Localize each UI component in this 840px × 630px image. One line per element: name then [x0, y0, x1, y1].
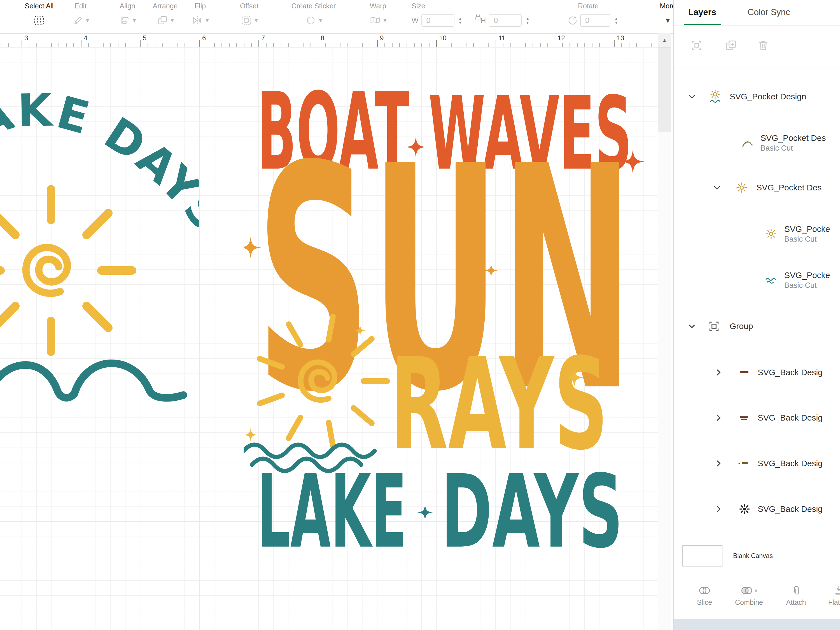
- chevron-down-icon: ▾: [254, 17, 257, 24]
- group-button[interactable]: [690, 39, 703, 52]
- top-toolbar: Select All Edit ▾ Align: [0, 0, 673, 33]
- select-all-button[interactable]: Select All: [22, 2, 56, 28]
- height-value: 0: [494, 16, 498, 25]
- layer-sublabel: Basic Cut: [784, 281, 830, 290]
- canvas-vertical-scrollbar[interactable]: ▲: [658, 33, 671, 630]
- layer-label: SVG_Back Desig: [758, 459, 823, 468]
- rotate-stepper[interactable]: ▴▾: [612, 14, 621, 27]
- flip-button[interactable]: Flip ▾: [186, 2, 214, 28]
- slice-icon: [698, 585, 711, 597]
- layer-row[interactable]: SVG_Pocke Basic Cut: [674, 216, 840, 252]
- layer-thumbnail-text-icon: [737, 365, 752, 380]
- layer-row[interactable]: SVG_Pocket Des Basic Cut: [674, 125, 840, 161]
- layer-row[interactable]: SVG_Pocket Design: [674, 83, 840, 111]
- layer-sublabel: Basic Cut: [761, 144, 826, 153]
- layer-label: SVG_Pocket Des: [761, 133, 826, 142]
- layer-label: SVG_Back Desig: [758, 504, 823, 513]
- combine-label: Combine: [735, 598, 763, 606]
- select-all-icon: [33, 14, 46, 27]
- arrange-button[interactable]: Arrange ▾: [148, 2, 182, 28]
- sun-doodle[interactable]: [0, 189, 132, 352]
- chevron-down-icon: ▾: [205, 17, 208, 24]
- layer-tools-row: [674, 25, 840, 69]
- chevron-down-icon[interactable]: [713, 183, 721, 192]
- tab-layers[interactable]: Layers: [688, 7, 716, 17]
- chevron-down-icon[interactable]: [688, 92, 696, 101]
- flatten-label: Flatten: [828, 598, 840, 606]
- layer-row[interactable]: SVG_Back Desig: [674, 495, 840, 523]
- size-label: Size: [412, 2, 425, 10]
- layer-row[interactable]: SVG_Pocke Basic Cut: [674, 262, 840, 298]
- more-button[interactable]: More ▾: [652, 2, 673, 28]
- scrollbar-thumb[interactable]: [658, 48, 671, 132]
- ruler-number: 10: [439, 34, 447, 42]
- duplicate-button[interactable]: [724, 39, 737, 52]
- trash-button[interactable]: [756, 39, 770, 52]
- height-input[interactable]: 0: [489, 14, 522, 27]
- arrange-icon: [156, 14, 168, 26]
- left-design-artwork[interactable]: LAKE DAYS: [0, 91, 199, 407]
- blank-canvas-row[interactable]: Blank Canvas: [674, 540, 840, 571]
- ruler-number: 11: [498, 34, 505, 42]
- rotate-icon: [565, 14, 578, 27]
- attach-label: Attach: [786, 598, 806, 606]
- chevron-right-icon[interactable]: [714, 414, 723, 422]
- ruler-number: 3: [24, 34, 28, 42]
- chevron-right-icon[interactable]: [714, 505, 723, 513]
- tab-color-sync[interactable]: Color Sync: [748, 7, 790, 17]
- layer-thumbnail-arc-icon: [739, 135, 755, 151]
- layer-label: SVG_Back Desig: [758, 413, 823, 422]
- lock-icon[interactable]: [473, 12, 483, 22]
- layer-thumbnail-text-icon: [737, 410, 752, 426]
- align-icon: [119, 14, 131, 26]
- attach-button[interactable]: Attach: [775, 585, 817, 606]
- main-design-artwork[interactable]: BOAT WAVES SUN: [243, 84, 644, 565]
- chevron-down-icon[interactable]: [688, 322, 696, 330]
- cricut-design-space: Select All Edit ▾ Align: [0, 0, 840, 630]
- rotate-controls: Rotate 0 ▴▾: [565, 2, 655, 28]
- layer-thumbnail-sun-icon: [734, 180, 750, 196]
- paperclip-icon: [789, 585, 802, 597]
- chevron-right-icon[interactable]: [714, 459, 723, 467]
- layer-row[interactable]: SVG_Back Desig: [674, 404, 840, 432]
- layer-row[interactable]: Group: [674, 312, 840, 340]
- chevron-down-icon: ▾: [319, 17, 322, 24]
- wave-doodle[interactable]: [0, 363, 183, 398]
- layer-label: SVG_Pocket Des: [756, 183, 821, 192]
- layer-label: Group: [729, 321, 753, 331]
- ruler-number: 7: [261, 34, 265, 42]
- design-text-days[interactable]: DAYS: [441, 453, 623, 565]
- create-sticker-button[interactable]: Create Sticker ▾: [286, 2, 342, 28]
- ruler-number: 9: [380, 34, 384, 42]
- chevron-down-icon: ▾: [754, 587, 757, 594]
- align-button[interactable]: Align ▾: [114, 2, 141, 28]
- layer-row[interactable]: SVG_Back Desig: [674, 358, 840, 387]
- chevron-right-icon[interactable]: [714, 368, 723, 377]
- rotate-input[interactable]: 0: [580, 14, 610, 27]
- height-stepper[interactable]: ▴▾: [523, 14, 532, 27]
- blank-canvas-label: Blank Canvas: [733, 552, 773, 560]
- group-icon: [707, 319, 721, 333]
- offset-button[interactable]: Offset ▾: [232, 2, 266, 28]
- layer-thumbnail-sun-icon: [763, 226, 779, 242]
- layer-row[interactable]: SVG_Pocket Des: [674, 174, 840, 202]
- blank-canvas-swatch[interactable]: [682, 545, 722, 567]
- scroll-up-button[interactable]: ▲: [658, 33, 671, 47]
- design-canvas[interactable]: LAKE DAYS BOAT W: [0, 47, 658, 630]
- layer-label: SVG_Pocke: [784, 224, 830, 234]
- combine-button[interactable]: ▾ Combine: [728, 585, 770, 606]
- layer-row[interactable]: SVG_Back Desig: [674, 449, 840, 477]
- offset-label: Offset: [240, 2, 259, 10]
- chevron-down-icon: ▾: [666, 16, 669, 25]
- layer-thumbnail-wave-icon: [763, 272, 779, 288]
- edit-label: Edit: [74, 2, 87, 10]
- width-input[interactable]: 0: [422, 14, 455, 27]
- flatten-button[interactable]: Flatten: [818, 585, 840, 606]
- edit-button[interactable]: Edit ▾: [69, 2, 92, 28]
- width-stepper[interactable]: ▴▾: [456, 14, 464, 27]
- layer-label: SVG_Pocke: [784, 270, 830, 280]
- design-text-lake[interactable]: LAKE: [257, 453, 407, 565]
- chevron-down-icon: ▾: [86, 17, 89, 24]
- warp-button[interactable]: Warp ▾: [361, 2, 395, 28]
- slice-button[interactable]: Slice: [684, 585, 725, 606]
